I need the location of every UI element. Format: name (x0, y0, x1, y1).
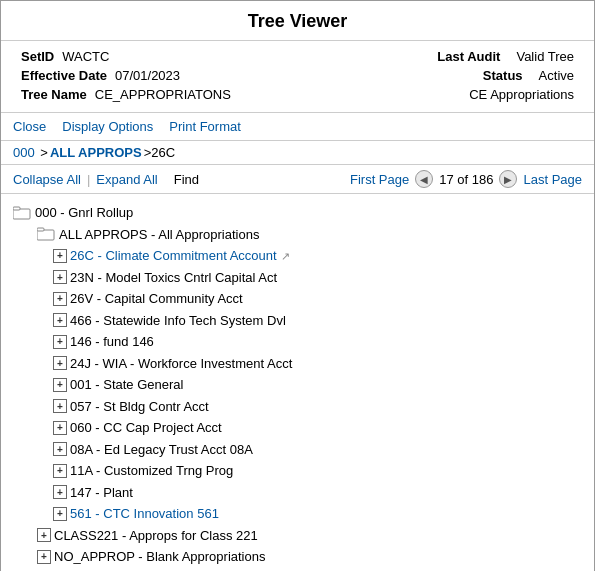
tree-node-26v: + 26V - Capital Community Acct (45, 288, 582, 310)
tree-label-561[interactable]: 561 - CTC Innovation 561 (70, 504, 219, 524)
expand-icon-26c[interactable]: + (53, 249, 67, 263)
title-bar: Tree Viewer (1, 1, 594, 41)
breadcrumb-level2: >26C (144, 145, 175, 160)
tree-node-24j: + 24J - WIA - Workforce Investment Acct (45, 353, 582, 375)
tree-label-class221: CLASS221 - Approps for Class 221 (54, 526, 258, 546)
expand-icon-class221[interactable]: + (37, 528, 51, 542)
svg-rect-1 (13, 207, 20, 210)
tree-node-11a: + 11A - Customized Trng Prog (45, 460, 582, 482)
tree-name-label: Tree Name (21, 87, 87, 102)
page-info: 17 of 186 (439, 172, 493, 187)
tree-label-466: 466 - Statewide Info Tech System Dvl (70, 311, 286, 331)
close-link[interactable]: Close (13, 119, 46, 134)
page-container: Tree Viewer SetID WACTC Last Audit Valid… (0, 0, 595, 571)
breadcrumb-level1[interactable]: ALL APPROPS (50, 145, 142, 160)
status-pair: Status Active (483, 68, 574, 83)
tree-label-26c[interactable]: 26C - Climate Commitment Account (70, 246, 277, 266)
next-page-btn[interactable]: ▶ (499, 170, 517, 188)
tree-name-pair: Tree Name CE_APPROPRIATONS (21, 87, 231, 102)
expand-icon-26v[interactable]: + (53, 292, 67, 306)
folder-open-icon-2 (37, 227, 55, 241)
tree-section: 000 - Gnrl Rollup ALL APPROPS - All Appr… (1, 194, 594, 571)
tree-node-060: + 060 - CC Cap Project Acct (45, 417, 582, 439)
effective-date-label: Effective Date (21, 68, 107, 83)
expand-icon-24j[interactable]: + (53, 356, 67, 370)
expand-icon-060[interactable]: + (53, 421, 67, 435)
toolbar-sep: | (87, 172, 90, 187)
breadcrumb-root[interactable]: 000 (13, 145, 35, 160)
breadcrumb-sep1: > (37, 145, 48, 160)
tree-node-08a: + 08A - Ed Legacy Trust Acct 08A (45, 439, 582, 461)
tree-label-24j: 24J - WIA - Workforce Investment Acct (70, 354, 292, 374)
tree-label-060: 060 - CC Cap Project Acct (70, 418, 222, 438)
tree-node-class221: + CLASS221 - Approps for Class 221 (29, 525, 582, 547)
tree-node-no-approp: + NO_APPROP - Blank Appropriations (29, 546, 582, 568)
effective-date-value: 07/01/2023 (115, 68, 180, 83)
tree-node-561: + 561 - CTC Innovation 561 (45, 503, 582, 525)
tree-node-26c: + 26C - Climate Commitment Account ↗ (45, 245, 582, 267)
tree-node-root: 000 - Gnrl Rollup (13, 202, 582, 224)
tree-node-466: + 466 - Statewide Info Tech System Dvl (45, 310, 582, 332)
tree-label-146: 146 - fund 146 (70, 332, 154, 352)
tree-label-001: 001 - State General (70, 375, 183, 395)
status-value: Active (539, 68, 574, 83)
meta-row-1: SetID WACTC Last Audit Valid Tree (21, 49, 574, 64)
expand-icon-23n[interactable]: + (53, 270, 67, 284)
tree-label-08a: 08A - Ed Legacy Trust Acct 08A (70, 440, 253, 460)
page-title: Tree Viewer (1, 11, 594, 32)
last-audit-label: Last Audit (437, 49, 500, 64)
tree-label-11a: 11A - Customized Trng Prog (70, 461, 233, 481)
expand-icon-147[interactable]: + (53, 485, 67, 499)
print-format-link[interactable]: Print Format (169, 119, 241, 134)
expand-icon-466[interactable]: + (53, 313, 67, 327)
find-label: Find (174, 172, 199, 187)
folder-open-icon (13, 206, 31, 220)
expand-icon-057[interactable]: + (53, 399, 67, 413)
toolbar-bar: Collapse All | Expand All Find First Pag… (1, 165, 594, 194)
last-audit-pair: Last Audit Valid Tree (437, 49, 574, 64)
svg-rect-3 (37, 228, 44, 231)
setid-value: WACTC (62, 49, 109, 64)
setid-label: SetID (21, 49, 54, 64)
tree-node-147: + 147 - Plant (45, 482, 582, 504)
tree-label-root: 000 - Gnrl Rollup (35, 203, 133, 223)
tree-label-23n: 23N - Model Toxics Cntrl Capital Act (70, 268, 277, 288)
expand-all-link[interactable]: Expand All (96, 172, 157, 187)
tree-name-value: CE_APPROPRIATONS (95, 87, 231, 102)
expand-icon-146[interactable]: + (53, 335, 67, 349)
tree-label-no-approp: NO_APPROP - Blank Appropriations (54, 547, 265, 567)
tree-label-057: 057 - St Bldg Contr Acct (70, 397, 209, 417)
first-page-link[interactable]: First Page (350, 172, 409, 187)
meta-section: SetID WACTC Last Audit Valid Tree Effect… (1, 41, 594, 113)
last-audit-value: Valid Tree (516, 49, 574, 64)
pagination: First Page ◀ 17 of 186 ▶ Last Page (350, 170, 582, 188)
tree-label-26v: 26V - Capital Community Acct (70, 289, 243, 309)
tree-node-23n: + 23N - Model Toxics Cntrl Capital Act (45, 267, 582, 289)
collapse-all-link[interactable]: Collapse All (13, 172, 81, 187)
tree-node-146: + 146 - fund 146 (45, 331, 582, 353)
expand-icon-08a[interactable]: + (53, 442, 67, 456)
meta-row-3: Tree Name CE_APPROPRIATONS CE Appropriat… (21, 87, 574, 102)
meta-row-2: Effective Date 07/01/2023 Status Active (21, 68, 574, 83)
expand-icon-561[interactable]: + (53, 507, 67, 521)
tree-node-all-approps: ALL APPROPS - All Appropriations (29, 224, 582, 246)
expand-icon-001[interactable]: + (53, 378, 67, 392)
tree-label-147: 147 - Plant (70, 483, 133, 503)
breadcrumb-bar: 000 > ALL APPROPS >26C (1, 141, 594, 165)
tree-desc-value: CE Appropriations (469, 87, 574, 102)
expand-icon-11a[interactable]: + (53, 464, 67, 478)
expand-icon-no-approp[interactable]: + (37, 550, 51, 564)
move-icon-26c: ↗ (281, 248, 290, 265)
tree-node-001: + 001 - State General (45, 374, 582, 396)
tree-node-057: + 057 - St Bldg Contr Acct (45, 396, 582, 418)
setid-pair: SetID WACTC (21, 49, 109, 64)
status-label: Status (483, 68, 523, 83)
prev-page-btn[interactable]: ◀ (415, 170, 433, 188)
effective-date-pair: Effective Date 07/01/2023 (21, 68, 180, 83)
tree-label-all-approps: ALL APPROPS - All Appropriations (59, 225, 259, 245)
last-page-link[interactable]: Last Page (523, 172, 582, 187)
display-options-link[interactable]: Display Options (62, 119, 153, 134)
actions-bar: Close Display Options Print Format (1, 113, 594, 141)
